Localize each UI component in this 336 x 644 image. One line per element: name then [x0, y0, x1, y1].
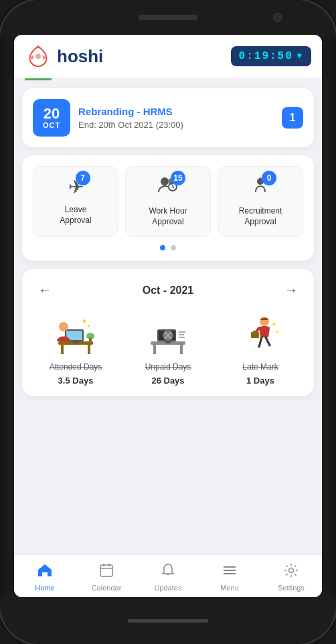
calendar-month-label: Oct - 2021: [143, 285, 193, 297]
workhour-badge: 15: [171, 171, 185, 185]
stat-unpaid[interactable]: Unpaid Days 26 Days: [125, 311, 211, 386]
timer-dropdown-icon[interactable]: ▼: [297, 52, 303, 61]
nav-home[interactable]: Home: [14, 560, 76, 594]
approval-section: ✈ 7 LeaveApproval: [22, 155, 314, 261]
svg-point-1: [161, 177, 169, 185]
home-indicator: [128, 619, 208, 623]
calendar-header: ← Oct - 2021 →: [33, 280, 303, 301]
svg-point-14: [59, 322, 68, 331]
app-name: hoshi: [57, 46, 103, 67]
attended-illustration: ✦ ✦: [49, 311, 102, 358]
event-end: End: 20th Oct 2021 (23:00): [78, 120, 274, 130]
phone-camera: [273, 13, 282, 22]
leave-badge: 7: [76, 171, 90, 185]
recruitment-icon-wrap: 0: [251, 176, 270, 199]
phone-bottom-bar: [0, 597, 336, 644]
approval-card-leave[interactable]: ✈ 7 LeaveApproval: [33, 166, 118, 237]
unpaid-illustration: [141, 311, 195, 358]
carousel-dot-2[interactable]: [171, 245, 176, 250]
svg-rect-8: [88, 345, 90, 354]
stat-latemark[interactable]: ✦ ✦ Late Mark 1 Days: [218, 311, 303, 386]
svg-point-13: [86, 333, 94, 339]
svg-rect-25: [165, 341, 171, 343]
nav-calendar-label: Calendar: [92, 584, 122, 592]
approval-grid: ✈ 7 LeaveApproval: [33, 166, 303, 237]
calendar-section: ← Oct - 2021 →: [22, 269, 314, 396]
app-header: hoshi 0:19:50 ▼: [14, 35, 322, 78]
svg-rect-19: [180, 345, 183, 354]
screen-content: 20 OCT Rebranding - HRMS End: 20th Oct 2…: [14, 80, 322, 554]
settings-icon: [284, 563, 299, 582]
carousel-dot-1[interactable]: [160, 245, 165, 250]
logo-area: hoshi: [25, 43, 103, 70]
event-date-day: 20: [44, 106, 60, 121]
nav-menu[interactable]: Menu: [199, 560, 260, 594]
bell-icon: [161, 563, 175, 582]
svg-point-41: [289, 568, 294, 573]
unpaid-value: 26 Days: [151, 376, 184, 386]
carousel-dots: [33, 245, 303, 250]
svg-rect-34: [100, 565, 112, 576]
leave-icon-wrap: ✈ 7: [68, 176, 84, 198]
calendar-icon: [99, 563, 114, 582]
phone-speaker: [138, 15, 198, 20]
latemark-label: Late Mark: [242, 362, 278, 372]
recruitment-label: RecruitmentApproval: [239, 206, 282, 227]
svg-rect-30: [251, 332, 259, 338]
approval-card-workhour[interactable]: 15 Work HourApproval: [125, 166, 211, 237]
bottom-nav: Home Calendar: [14, 554, 322, 597]
unpaid-label: Unpaid Days: [145, 362, 191, 372]
event-info: Rebranding - HRMS End: 20th Oct 2021 (23…: [78, 106, 274, 130]
svg-rect-18: [153, 345, 156, 354]
calendar-prev-button[interactable]: ←: [33, 280, 57, 301]
latemark-value: 1 Days: [246, 376, 274, 386]
svg-rect-31: [253, 331, 257, 333]
nav-updates-label: Updates: [155, 584, 182, 592]
event-date-month: OCT: [43, 121, 60, 129]
menu-icon: [222, 563, 237, 582]
phone-frame: hoshi 0:19:50 ▼ 20 OCT Rebranding - HRMS…: [0, 0, 336, 644]
timer-badge[interactable]: 0:19:50 ▼: [231, 46, 311, 66]
nav-calendar[interactable]: Calendar: [76, 560, 137, 594]
stat-attended[interactable]: ✦ ✦ Attended Days 3.5 Days: [33, 311, 118, 386]
stats-grid: ✦ ✦ Attended Days 3.5 Days: [33, 311, 303, 386]
nav-updates[interactable]: Updates: [137, 560, 199, 594]
approval-card-recruitment[interactable]: 0 RecruitmentApproval: [218, 166, 303, 237]
phone-screen: hoshi 0:19:50 ▼ 20 OCT Rebranding - HRMS…: [14, 35, 322, 597]
nav-settings[interactable]: Settings: [260, 560, 322, 594]
nav-menu-label: Menu: [220, 584, 239, 592]
calendar-next-button[interactable]: →: [279, 280, 303, 301]
svg-text:✦: ✦: [275, 329, 279, 334]
event-count-badge: 1: [282, 107, 303, 129]
nav-settings-label: Settings: [278, 584, 305, 592]
nav-home-label: Home: [35, 584, 54, 592]
svg-text:✦: ✦: [86, 323, 91, 329]
svg-rect-7: [61, 345, 64, 354]
recruitment-badge: 0: [262, 171, 276, 185]
phone-top-bar: [0, 0, 336, 35]
event-date-box: 20 OCT: [33, 99, 70, 137]
svg-text:✦: ✦: [271, 321, 276, 328]
logo-icon: [25, 43, 52, 70]
svg-point-0: [35, 54, 41, 59]
latemark-illustration: ✦ ✦: [234, 311, 287, 358]
home-icon: [37, 563, 53, 582]
workhour-icon-wrap: 15: [157, 176, 179, 199]
svg-rect-11: [73, 341, 78, 343]
attended-value: 3.5 Days: [58, 376, 94, 386]
workhour-label: Work HourApproval: [149, 206, 187, 227]
event-title: Rebranding - HRMS: [78, 106, 274, 117]
leave-label: LeaveApproval: [60, 205, 91, 226]
timer-value: 0:19:50: [239, 50, 293, 62]
attended-label: Attended Days: [50, 362, 102, 372]
event-card[interactable]: 20 OCT Rebranding - HRMS End: 20th Oct 2…: [22, 88, 314, 147]
